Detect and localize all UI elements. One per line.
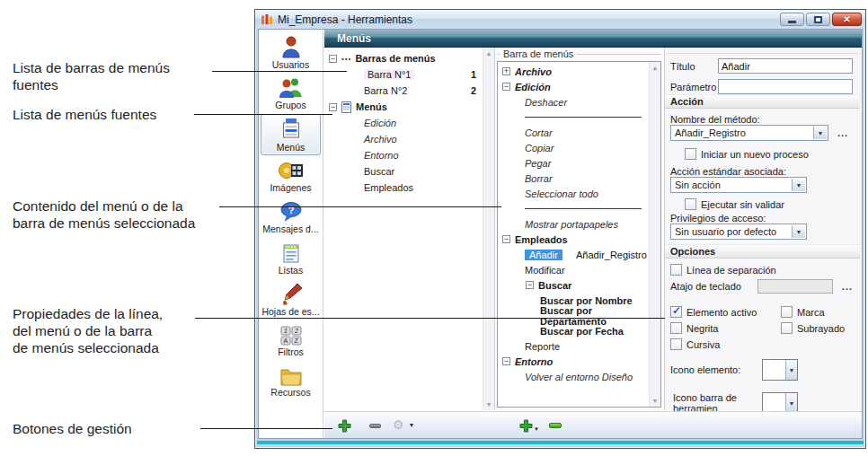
scroll-up-icon[interactable]: ▲ <box>483 48 494 59</box>
chevron-down-icon[interactable]: ▼ <box>792 179 805 191</box>
privilegios-combo[interactable]: Sin usuario por defecto ▼ <box>670 224 807 240</box>
metodo-label: Nombre del método: <box>670 114 760 125</box>
subrayado-checkbox[interactable] <box>781 322 793 334</box>
close-button[interactable]: ✕ <box>832 13 862 26</box>
scrollbar-source-list[interactable]: ▲ ▼ <box>483 48 494 410</box>
menu-item-copiar[interactable]: Copiar <box>498 140 649 155</box>
sidebar-item-grupos[interactable]: Grupos <box>259 73 323 114</box>
chevron-down-icon: ▼ <box>409 422 415 428</box>
menu-item-anadir[interactable]: Añadir Añadir_Registro <box>498 247 649 262</box>
titulo-input[interactable] <box>718 58 853 74</box>
linea-separacion-checkbox[interactable] <box>670 264 682 276</box>
menu-item-label: Reporte <box>525 341 560 352</box>
accion-estandar-combo[interactable]: Sin acción ▼ <box>670 177 807 193</box>
scroll-down-icon[interactable]: ▼ <box>650 395 660 407</box>
menu-item-modificar[interactable]: Modificar <box>498 262 649 277</box>
privilegios-label: Privilegios de acceso: <box>670 213 766 224</box>
maximize-button[interactable] <box>806 13 830 26</box>
tree-item-archivo[interactable]: Archivo <box>324 131 483 147</box>
titulo-label: Título <box>670 61 718 72</box>
menu-node-entorno[interactable]: Entorno <box>498 354 649 369</box>
tree-item-barra-2[interactable]: Barra N°2 2 <box>324 83 483 99</box>
menu-item-cortar[interactable]: Cortar <box>498 125 649 140</box>
chevron-down-icon[interactable]: ▼ <box>813 127 827 139</box>
menu-item-label: Copiar <box>525 143 554 153</box>
scroll-up-icon[interactable]: ▲ <box>650 62 660 74</box>
icono-elemento-dropdown[interactable]: ▼ <box>762 359 798 381</box>
cursiva-checkbox[interactable] <box>670 338 682 350</box>
chevron-down-icon[interactable]: ▼ <box>792 225 805 238</box>
tree-item-entorno[interactable]: Entorno <box>324 147 483 163</box>
add-bar-button[interactable] <box>338 419 351 433</box>
collapse-icon[interactable] <box>329 55 337 63</box>
metodo-combo[interactable]: Añadir_Registro ▼ <box>670 125 828 141</box>
tree-item-edicion[interactable]: Edición <box>324 115 483 131</box>
collapse-icon[interactable] <box>526 281 534 289</box>
sidebar-item-menus[interactable]: Menús <box>261 114 321 155</box>
menu-node-empleados[interactable]: Empleados <box>498 232 649 247</box>
bar-number: 1 <box>471 69 476 80</box>
privilegios-value: Sin usuario por defecto <box>675 226 776 237</box>
menu-item-buscar-por-fecha[interactable]: Buscar por Fecha <box>498 323 649 338</box>
add-item-button[interactable]: ▼ <box>519 419 539 433</box>
page: Lista de barras de menús fuentes Lista d… <box>0 0 868 456</box>
scrollbar-menu-content[interactable]: ▲ ▼ <box>649 62 660 407</box>
svg-text:?: ? <box>288 204 294 215</box>
menu-label: Edición <box>515 82 551 92</box>
collapse-icon[interactable] <box>329 103 337 111</box>
tree-item-label: Barra N°1 <box>364 69 414 80</box>
marca-checkbox[interactable] <box>781 306 793 318</box>
sidebar-item-listas[interactable]: Listas <box>259 238 323 279</box>
menu-item-deshacer[interactable]: Deshacer <box>498 94 649 110</box>
scroll-down-icon[interactable]: ▼ <box>483 399 494 410</box>
menu-node-edicion[interactable]: Edición <box>498 79 649 94</box>
tree-item-label: Buscar <box>364 166 394 177</box>
menu-node-buscar[interactable]: Buscar <box>498 277 649 293</box>
title-bar[interactable]: Mi_Empresa - Herramientas ✕ <box>255 10 865 29</box>
tree-item-buscar[interactable]: Buscar <box>324 163 483 180</box>
metodo-browse-button[interactable]: ... <box>837 127 848 138</box>
sidebar-label: Hojas de es... <box>261 306 319 317</box>
atajo-browse-button[interactable]: ... <box>842 281 853 292</box>
menu-node-archivo[interactable]: Archivo <box>498 64 649 79</box>
tree-item-empleados[interactable]: Empleados <box>324 180 483 196</box>
menu-item-seleccionar-todo[interactable]: Seleccionar todo <box>498 186 649 201</box>
menu-item-borrar[interactable]: Borrar <box>498 171 649 186</box>
collapse-icon[interactable] <box>502 235 510 243</box>
sidebar-item-imagenes[interactable]: Imágenes <box>259 155 323 197</box>
menu-item-pegar[interactable]: Pegar <box>498 155 649 171</box>
menu-item-mostrar-portapapeles[interactable]: Mostrar portapapeles <box>498 216 649 232</box>
collapse-icon[interactable] <box>502 357 510 365</box>
elemento-activo-checkbox[interactable] <box>670 306 682 318</box>
menu-item-buscar-por-departamento[interactable]: Buscar por Departamento <box>498 308 649 323</box>
sidebar-item-recursos[interactable]: Recursos <box>259 362 323 403</box>
menu-label: Entorno <box>515 356 553 367</box>
menu-item-volver-entorno[interactable]: Volver al entorno Diseño <box>498 369 649 384</box>
minus-icon <box>549 423 562 428</box>
sidebar-item-hojas[interactable]: Hojas de es... <box>259 279 323 320</box>
expand-icon[interactable] <box>502 67 510 75</box>
properties-panel: Título Parámetro Acción Nombre del métod… <box>665 48 862 410</box>
sidebar-item-mensajes[interactable]: ? Mensajes d... <box>259 197 323 238</box>
minimize-button[interactable] <box>780 13 804 26</box>
tree-node-barras-de-menus[interactable]: ••• Barras de menús <box>324 50 483 66</box>
tree-node-menus[interactable]: Menús <box>324 99 483 115</box>
settings-menu-button[interactable]: ⚙ ▼ <box>393 418 415 431</box>
chevron-down-icon[interactable]: ▼ <box>785 360 797 380</box>
iniciar-proceso-checkbox[interactable] <box>685 148 696 160</box>
remove-bar-button[interactable] <box>369 424 381 428</box>
tree-item-barra-1[interactable]: Barra N°1 1 <box>324 66 483 83</box>
parametro-input[interactable] <box>718 79 853 94</box>
sidebar-item-filtros[interactable]: 12AZ Filtros <box>259 320 323 362</box>
chevron-down-icon[interactable]: ▼ <box>785 393 797 413</box>
remove-item-button[interactable] <box>549 423 562 428</box>
negrita-checkbox[interactable] <box>670 322 682 334</box>
collapse-icon[interactable] <box>502 83 510 91</box>
svg-text:2: 2 <box>294 328 298 334</box>
ejecutar-sin-validar-checkbox[interactable] <box>685 198 696 210</box>
atajo-field[interactable] <box>757 279 832 294</box>
annotation-list-menus: Lista de menús fuentes <box>13 106 156 123</box>
sidebar-item-usuarios[interactable]: Usuarios <box>259 31 323 73</box>
svg-text:A: A <box>283 338 288 344</box>
menu-item-reporte[interactable]: Reporte <box>498 338 649 354</box>
